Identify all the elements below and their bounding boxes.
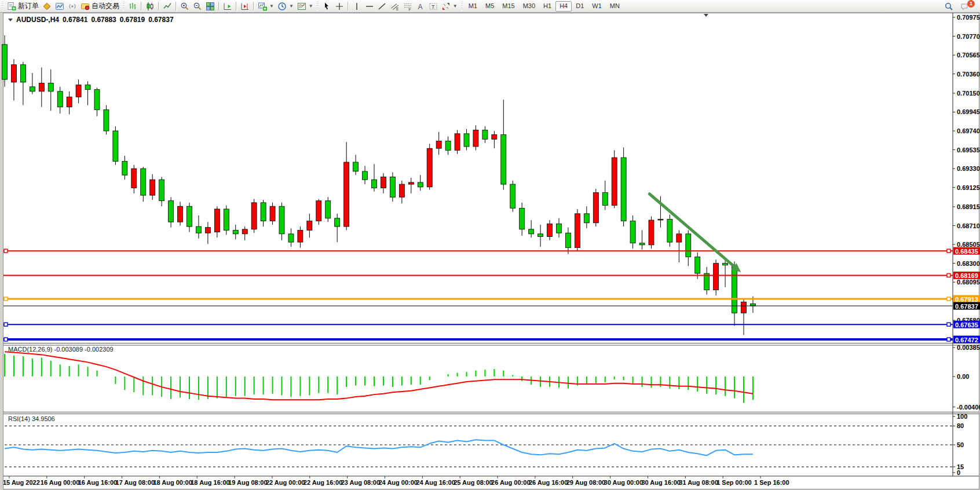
candle (94, 90, 100, 110)
toolbar-separator (348, 2, 349, 10)
timeframe-button-m15[interactable]: M15 (498, 1, 518, 12)
chart-shift-button[interactable] (239, 1, 251, 12)
timeframe-button-m30[interactable]: M30 (519, 1, 539, 12)
data-window-button[interactable] (53, 1, 66, 12)
candle (178, 206, 183, 222)
chevron-down-icon[interactable] (8, 19, 13, 21)
chart-title: AUDUSD-,H4 0.67841 0.67883 0.67819 0.678… (8, 16, 174, 24)
candle (639, 243, 645, 245)
zoom-out-button[interactable] (191, 1, 204, 12)
candlestick-button[interactable] (144, 1, 156, 12)
svg-text:F: F (408, 7, 411, 11)
svg-text:0.67837: 0.67837 (955, 303, 978, 310)
line-chart-button[interactable] (161, 1, 174, 12)
horizontal-line[interactable] (3, 249, 953, 253)
line-handle[interactable] (947, 297, 950, 301)
time-tick-label: 30 Aug 16:00 (641, 479, 680, 486)
channel-button[interactable]: E (389, 1, 401, 12)
line-handle[interactable] (947, 323, 950, 326)
price-label-box: 0.67913 (953, 295, 980, 303)
timeframe-button-d1[interactable]: D1 (572, 1, 588, 12)
text-button[interactable]: A (414, 1, 427, 12)
timeframe-button-mn[interactable]: MN (606, 1, 624, 12)
indicators-button[interactable]: ▼ (256, 1, 276, 12)
new-order-button[interactable]: 新订单 (5, 1, 41, 12)
price-tick-label: 0.69740 (957, 127, 980, 134)
candle (141, 169, 146, 195)
fibonacci-button[interactable]: F (401, 1, 414, 12)
candle (750, 303, 755, 306)
ohlc-low: 0.67819 (120, 16, 145, 24)
macd-signal-line (5, 352, 753, 400)
candle (565, 233, 571, 247)
chart-canvas[interactable]: 0.709750.707700.705650.703600.701500.699… (0, 0, 980, 490)
price-tick-label: 0.68915 (957, 203, 980, 210)
templates-button[interactable]: ▼ (295, 1, 315, 12)
chevron-down-icon: ▼ (269, 3, 274, 9)
auto-scroll-button[interactable] (221, 1, 234, 12)
cursor-button[interactable] (320, 1, 333, 12)
chart-shift-marker[interactable] (704, 14, 708, 17)
community-button[interactable]: 1 (959, 1, 977, 12)
toolbar-grip (123, 2, 125, 10)
crosshair-button[interactable] (333, 1, 346, 12)
timeframe-button-h4[interactable]: H4 (555, 1, 572, 12)
crosshair-icon (335, 2, 344, 11)
time-tick-label: 17 Aug 08:00 (116, 479, 155, 486)
timeframe-button-w1[interactable]: W1 (588, 1, 606, 12)
price-tick-label: 0.70975 (957, 14, 980, 21)
channel-icon: E (390, 2, 400, 11)
line-handle[interactable] (4, 297, 8, 301)
tile-windows-button[interactable] (204, 1, 217, 12)
line-handle[interactable] (947, 273, 950, 277)
market-watch-button[interactable] (41, 1, 53, 12)
candle (408, 182, 414, 184)
timeframe-button-m1[interactable]: M1 (465, 1, 481, 12)
toolbar-grip (461, 2, 463, 10)
time-tick-label: 16 Aug 00:00 (41, 479, 79, 486)
trendline-button[interactable] (376, 1, 389, 12)
hline-button[interactable] (363, 1, 376, 12)
toolbar-separator (253, 2, 254, 10)
candle (538, 234, 543, 237)
autotrading-button[interactable]: 自动交易 (79, 1, 121, 12)
line-handle[interactable] (947, 338, 950, 341)
arrows-button[interactable]: ▼ (440, 1, 459, 12)
periods-button[interactable]: ▼ (276, 1, 295, 12)
price-tick-label: 0.68710 (957, 222, 980, 229)
line-handle[interactable] (947, 249, 950, 253)
price-tick-label: 0.69535 (957, 147, 980, 153)
candle (270, 206, 275, 221)
zoom-in-button[interactable] (178, 1, 191, 12)
horizontal-line[interactable] (3, 297, 953, 301)
line-handle[interactable] (4, 338, 8, 341)
timeframe-button-m5[interactable]: M5 (481, 1, 498, 12)
candle (482, 130, 488, 139)
svg-text:T: T (432, 3, 435, 9)
candle (612, 158, 617, 206)
search-button[interactable] (942, 1, 955, 12)
candle (455, 134, 460, 151)
line-handle[interactable] (4, 323, 8, 326)
svg-text:0.67472: 0.67472 (955, 337, 978, 343)
price-tick-label: 0.69945 (957, 108, 980, 115)
price-tick-label: 0.69125 (957, 184, 980, 191)
chevron-down-icon: ▼ (453, 3, 458, 9)
horizontal-line[interactable] (3, 338, 953, 341)
trendline-icon (378, 2, 387, 11)
bar-chart-button[interactable] (126, 1, 139, 12)
candle (326, 201, 331, 218)
candle (492, 134, 497, 139)
chevron-down-icon: ▼ (309, 3, 313, 9)
label-button[interactable]: T (427, 1, 440, 12)
candle (501, 134, 506, 184)
horizontal-line[interactable] (3, 323, 953, 326)
price-tick-label: 0.70360 (957, 71, 980, 78)
line-handle[interactable] (4, 249, 8, 253)
horizontal-line[interactable] (3, 273, 953, 277)
vline-button[interactable] (350, 1, 363, 12)
toolbar-separator (158, 2, 159, 10)
macd-panel (5, 352, 753, 403)
timeframe-button-h1[interactable]: H1 (539, 1, 555, 12)
signals-button[interactable] (66, 1, 79, 12)
